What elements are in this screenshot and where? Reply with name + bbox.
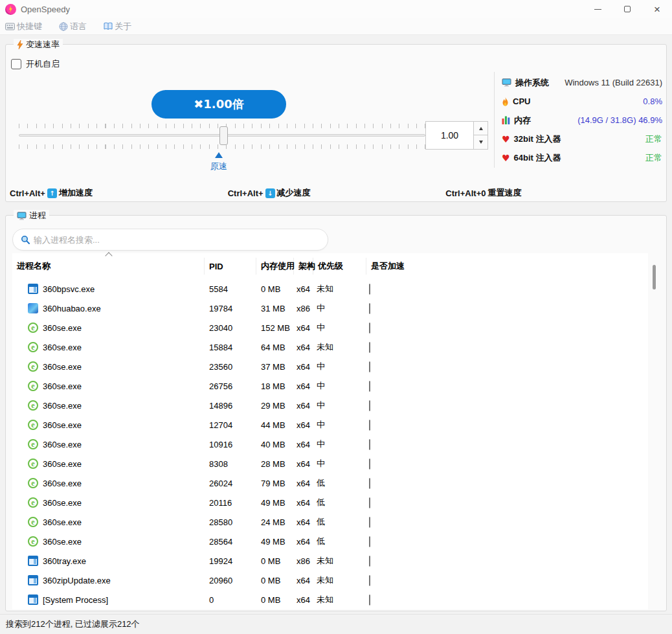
process-icon xyxy=(28,517,38,527)
accelerate-checkbox[interactable] xyxy=(369,420,370,431)
cpu-value: 0.8% xyxy=(643,96,662,106)
process-group-title: 进程 xyxy=(29,210,46,221)
accelerate-checkbox[interactable] xyxy=(369,556,370,567)
spin-down-button[interactable] xyxy=(473,135,488,150)
cell-pid: 23040 xyxy=(205,323,256,333)
table-row[interactable]: 360se.exe 26024 79 MB x64 低 xyxy=(12,473,648,493)
table-row[interactable]: 360se.exe 8308 28 MB x64 中 xyxy=(12,454,648,473)
cell-pid: 20116 xyxy=(205,498,256,508)
accelerate-checkbox[interactable] xyxy=(369,342,370,353)
process-icon xyxy=(28,594,38,605)
table-row[interactable]: 360zipUpdate.exe 20960 0 MB x64 未知 xyxy=(12,571,648,590)
injector64-info-row: ♥ 64bit 注入器 正常 xyxy=(502,148,662,167)
cell-mem: 18 MB xyxy=(256,381,294,391)
cell-priority: 中 xyxy=(313,419,366,431)
menu-bar: 快捷键 语言 关于 xyxy=(0,18,672,35)
status-bar: 搜索到212个进程, 已过滤展示212个 xyxy=(0,614,672,634)
table-row[interactable]: 360tray.exe 19924 0 MB x86 未知 xyxy=(12,551,648,571)
accelerate-checkbox[interactable] xyxy=(369,361,370,372)
cell-mem: 0 MB xyxy=(256,284,294,294)
menu-about[interactable]: 关于 xyxy=(104,21,131,32)
table-row[interactable]: [System Process] 0 0 MB x64 未知 xyxy=(12,590,648,609)
speed-multiplier-button[interactable]: ✖1.00倍 xyxy=(151,90,286,119)
accelerate-checkbox[interactable] xyxy=(369,381,370,392)
accelerate-checkbox[interactable] xyxy=(369,594,370,606)
process-icon xyxy=(28,497,38,508)
table-row[interactable]: 360se.exe 15884 64 MB x64 未知 xyxy=(12,337,648,357)
table-row[interactable]: 360se.exe 14896 29 MB x64 中 xyxy=(12,396,648,415)
autostart-checkbox[interactable] xyxy=(11,59,21,69)
accelerate-checkbox[interactable] xyxy=(369,575,370,586)
table-row[interactable]: 360se.exe 28580 24 MB x64 低 xyxy=(12,512,648,532)
process-name: 360se.exe xyxy=(43,381,82,391)
cell-mem: 24 MB xyxy=(256,517,294,527)
accelerate-checkbox[interactable] xyxy=(369,303,370,314)
cell-arch: x64 xyxy=(294,381,313,391)
table-row[interactable]: 360se.exe 20116 49 MB x64 低 xyxy=(12,493,648,512)
table-row[interactable]: 360bpsvc.exe 5584 0 MB x64 未知 xyxy=(12,279,648,299)
vertical-scrollbar-thumb[interactable] xyxy=(653,265,656,289)
minimize-button[interactable] xyxy=(583,0,612,18)
cell-arch: x64 xyxy=(294,420,313,430)
cell-pid: 19784 xyxy=(205,304,256,313)
process-table-header[interactable]: 进程名称 PID 内存使用 架构 优先级 是否加速 xyxy=(12,253,648,279)
bar-chart-icon xyxy=(502,116,510,124)
system-info-panel: 操作系统 Windows 11 (Build 22631) CPU 0.8% xyxy=(502,73,662,167)
accelerate-checkbox[interactable] xyxy=(369,478,370,489)
accelerate-checkbox[interactable] xyxy=(369,517,370,528)
process-search xyxy=(12,229,328,251)
table-row[interactable]: 360se.exe 12704 44 MB x64 中 xyxy=(12,415,648,435)
close-button[interactable]: × xyxy=(642,0,672,18)
cell-pid: 0 xyxy=(205,595,256,605)
cell-pid: 28580 xyxy=(205,517,256,527)
accelerate-checkbox[interactable] xyxy=(369,497,370,508)
table-row[interactable]: 360huabao.exe 19784 31 MB x86 中 xyxy=(12,299,648,318)
search-input[interactable] xyxy=(34,235,320,245)
openspeedy-window: OpenSpeedy × 快捷键 语言 关于 xyxy=(0,0,672,634)
speed-spinbox: 1.00 xyxy=(425,121,488,150)
accelerate-checkbox[interactable] xyxy=(369,459,370,470)
column-header-accelerate[interactable]: 是否加速 xyxy=(366,258,648,275)
cell-pid: 19924 xyxy=(205,556,256,566)
menu-hotkeys[interactable]: 快捷键 xyxy=(5,21,42,32)
accelerate-checkbox[interactable] xyxy=(369,323,370,334)
column-header-arch[interactable]: 架构 xyxy=(294,258,313,275)
table-row[interactable]: 360se.exe 23040 152 MB x64 中 xyxy=(12,318,648,337)
cell-priority: 未知 xyxy=(313,283,366,295)
speed-slider[interactable] xyxy=(19,121,425,151)
cell-priority: 低 xyxy=(313,516,366,528)
maximize-button[interactable] xyxy=(612,0,642,18)
accelerate-checkbox[interactable] xyxy=(369,536,370,547)
spin-down-icon xyxy=(479,141,483,144)
column-header-name[interactable]: 进程名称 xyxy=(12,258,205,275)
table-row[interactable]: 360se.exe 10916 40 MB x64 中 xyxy=(12,435,648,454)
cell-pid: 20960 xyxy=(205,576,256,585)
accelerate-checkbox[interactable] xyxy=(369,284,370,295)
speed-rate-group: 变速速率 开机自启 ✖1.00倍 原速 1.00 xyxy=(5,44,667,202)
process-legend: 进程 xyxy=(14,210,49,221)
title-bar: OpenSpeedy × xyxy=(0,0,672,18)
column-header-memory[interactable]: 内存使用 xyxy=(256,258,294,275)
table-row[interactable]: 360se.exe 26756 18 MB x64 中 xyxy=(12,376,648,396)
lightning-icon xyxy=(17,40,23,49)
autostart-option[interactable]: 开机自启 xyxy=(11,58,60,70)
os-value: Windows 11 (Build 22631) xyxy=(565,78,662,87)
table-row[interactable]: 360se.exe 28564 49 MB x64 低 xyxy=(12,532,648,551)
column-header-priority[interactable]: 优先级 xyxy=(313,258,366,275)
process-icon xyxy=(28,556,38,566)
slider-handle[interactable] xyxy=(219,126,228,145)
speed-spinbox-value[interactable]: 1.00 xyxy=(425,121,473,150)
spin-up-button[interactable] xyxy=(473,121,488,135)
column-header-pid[interactable]: PID xyxy=(205,258,256,275)
cell-mem: 0 MB xyxy=(256,595,294,605)
cell-pid: 15884 xyxy=(205,343,256,352)
menu-language[interactable]: 语言 xyxy=(59,21,87,32)
window-title: OpenSpeedy xyxy=(21,5,70,14)
accelerate-checkbox[interactable] xyxy=(369,439,370,450)
table-row[interactable]: 360se.exe 23560 37 MB x64 中 xyxy=(12,357,648,376)
cell-priority: 未知 xyxy=(313,555,366,567)
cell-priority: 低 xyxy=(313,497,366,508)
process-icon xyxy=(28,342,38,352)
accelerate-checkbox[interactable] xyxy=(369,400,370,411)
spin-up-icon xyxy=(479,127,483,130)
